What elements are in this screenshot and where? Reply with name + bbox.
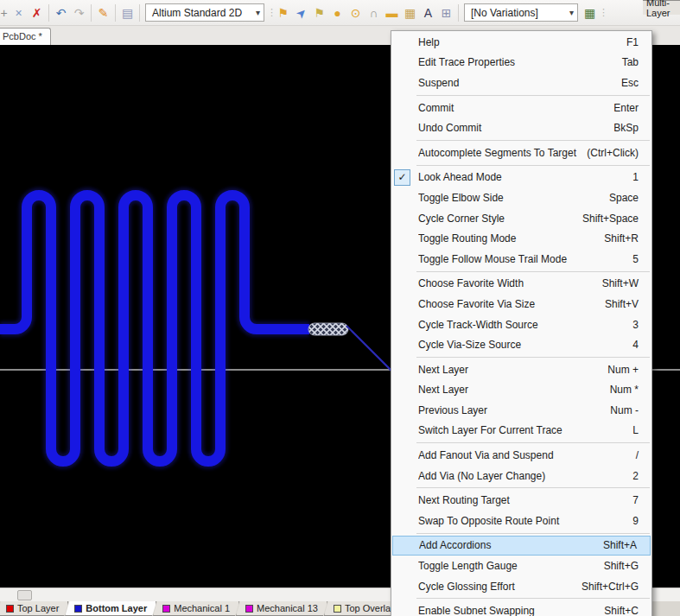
layer-tab-mechanical-1[interactable]: Mechanical 1: [153, 601, 239, 616]
document-tab-pcbdoc[interactable]: PcbDoc *: [0, 28, 51, 45]
menu-item-shortcut: Enter: [605, 102, 639, 114]
menu-item-label: Next Layer: [418, 384, 601, 396]
toolbar-drag-handle-icon[interactable]: ⋮: [599, 7, 606, 18]
menu-item-add-accordions[interactable]: Add AccordionsShift+A: [392, 536, 651, 556]
chevron-down-icon[interactable]: ▾: [561, 8, 574, 17]
menu-item-label: Look Ahead Mode: [418, 171, 624, 183]
layer-color-swatch: [334, 605, 341, 613]
menu-item-shortcut: Num -: [601, 404, 639, 416]
menu-item-enable-subnet-swapping[interactable]: Enable Subnet SwappingShift+C: [391, 600, 651, 616]
layer-tab-bottom-layer[interactable]: Bottom Layer: [65, 601, 156, 616]
menu-item-toggle-elbow-side[interactable]: Toggle Elbow SideSpace: [391, 187, 651, 208]
layer-color-swatch: [245, 605, 253, 613]
menu-separator: [416, 598, 650, 599]
string-text-icon[interactable]: A: [419, 3, 437, 22]
arc-icon[interactable]: ∩: [365, 3, 383, 22]
top-toolbar: +×✗↶↷✎▤Altium Standard 2D▾⋮⚑➤⚑●⊙∩▬▦A⊞[No…: [0, 0, 680, 26]
menu-item-help[interactable]: HelpF1: [391, 32, 651, 53]
variations-combo[interactable]: [No Variations]▾: [464, 3, 578, 22]
horizontal-scrollbar-thumb[interactable]: [17, 590, 32, 600]
toolbar-separator: [458, 4, 459, 22]
menu-item-label: Swap To Opposite Route Point: [418, 515, 624, 527]
menu-item-next-routing-target[interactable]: Next Routing Target7: [391, 490, 651, 511]
menu-item-choose-favorite-via-size[interactable]: Choose Favorite Via SizeShift+V: [391, 294, 651, 314]
menu-item-label: Undo Commit: [418, 122, 605, 134]
menu-item-shortcut: Shift+C: [595, 605, 639, 616]
menu-separator: [416, 357, 650, 358]
menu-item-cycle-corner-style[interactable]: Cycle Corner StyleShift+Space: [391, 208, 651, 229]
menu-item-label: Next Routing Target: [418, 494, 624, 506]
menu-item-shortcut: 3: [624, 319, 639, 331]
variant-chip-icon[interactable]: ▦: [581, 3, 599, 22]
via-icon[interactable]: ●: [328, 3, 346, 22]
menu-item-look-ahead-mode[interactable]: ✓Look Ahead Mode1: [391, 168, 651, 188]
pad-icon[interactable]: ⊙: [346, 3, 365, 22]
menu-item-label: Cycle Track-Width Source: [418, 319, 624, 331]
layer-tab-label: Top Layer: [17, 603, 59, 613]
menu-item-edit-trace-properties[interactable]: Edit Trace PropertiesTab: [391, 53, 651, 73]
menu-item-label: Toggle Elbow Side: [418, 192, 601, 204]
menu-item-label: Next Layer: [418, 364, 599, 376]
layer-tab-top-layer[interactable]: Top Layer: [0, 601, 68, 616]
menu-item-add-fanout-via-and-suspend[interactable]: Add Fanout Via and Suspend/: [391, 445, 651, 466]
serpentine-trace[interactable]: [0, 195, 309, 461]
layer-tab-label: Mechanical 13: [257, 603, 318, 613]
pad-array-icon[interactable]: ▦: [401, 3, 419, 22]
menu-item-toggle-follow-mouse-trail-mode[interactable]: Toggle Follow Mouse Trail Mode5: [391, 249, 651, 270]
menu-item-shortcut: 2: [624, 470, 639, 482]
menu-item-cycle-track-width-source[interactable]: Cycle Track-Width Source3: [391, 314, 651, 335]
undo-icon[interactable]: ↶: [52, 3, 70, 22]
menu-item-suspend[interactable]: SuspendEsc: [391, 73, 651, 93]
menu-item-swap-to-opposite-route-point[interactable]: Swap To Opposite Route Point9: [391, 511, 651, 531]
menu-item-label: Toggle Follow Mouse Trail Mode: [418, 253, 624, 265]
menu-item-switch-layer-for-current-trace[interactable]: Switch Layer For Current TraceL: [391, 421, 651, 441]
menu-separator: [416, 140, 650, 141]
menu-item-commit[interactable]: CommitEnter: [391, 98, 651, 118]
footprint-wizard-icon[interactable]: ▤: [118, 3, 137, 22]
menu-item-next-layer[interactable]: Next LayerNum +: [391, 359, 651, 380]
menu-item-label: Cycle Glossing Effort: [418, 581, 573, 593]
menu-item-toggle-routing-mode[interactable]: Toggle Routing ModeShift+R: [391, 228, 651, 249]
menu-item-shortcut: Shift+Space: [574, 213, 639, 225]
layer-tab-mechanical-13[interactable]: Mechanical 13: [236, 601, 327, 616]
brush-icon[interactable]: ✎: [94, 3, 112, 22]
menu-item-autocomplete-segments-to-target[interactable]: Autocomplete Segments To Target(Ctrl+Cli…: [391, 143, 651, 163]
view-mode-combo[interactable]: Altium Standard 2D▾: [145, 3, 264, 22]
chevron-down-icon[interactable]: ▾: [247, 8, 260, 17]
menu-item-shortcut: Shift+R: [595, 232, 639, 244]
menu-item-label: Toggle Routing Mode: [418, 232, 595, 244]
layer-color-swatch: [6, 605, 14, 613]
component-icon[interactable]: ⊞: [437, 3, 455, 22]
menu-item-add-via-no-layer-change[interactable]: Add Via (No Layer Change)2: [391, 466, 651, 486]
menu-item-choose-favorite-width[interactable]: Choose Favorite WidthShift+W: [391, 274, 651, 295]
redo-icon[interactable]: ↷: [70, 3, 88, 22]
toolbar-separator: [48, 4, 49, 22]
menu-item-label: Edit Trace Properties: [418, 56, 613, 68]
delete-trace-icon[interactable]: ✗: [28, 3, 46, 22]
snap-point-icon[interactable]: ×: [10, 3, 28, 22]
menu-item-shortcut: Space: [601, 192, 639, 204]
menu-item-label: Add Fanout Via and Suspend: [418, 449, 627, 461]
toolbar-drag-handle-icon[interactable]: ⋮: [267, 7, 274, 18]
menu-item-shortcut: Num *: [601, 384, 639, 396]
menu-item-shortcut: 7: [624, 494, 639, 506]
menu-item-label: Cycle Via-Size Source: [418, 339, 624, 351]
menu-item-shortcut: L: [624, 424, 639, 436]
menu-item-cycle-glossing-effort[interactable]: Cycle Glossing EffortShift+Ctrl+G: [391, 576, 651, 597]
menu-item-undo-commit[interactable]: Undo CommitBkSp: [391, 117, 651, 138]
menu-item-previous-layer[interactable]: Previous LayerNum -: [391, 400, 651, 421]
menu-item-label: Cycle Corner Style: [418, 213, 574, 225]
menu-item-label: Choose Favorite Via Size: [418, 298, 596, 310]
menu-item-label: Suspend: [418, 77, 613, 89]
menu-separator: [416, 442, 650, 443]
menu-separator: [416, 165, 650, 166]
menu-item-label: Toggle Length Gauge: [418, 560, 595, 572]
fill-icon[interactable]: ▬: [383, 3, 401, 22]
layer-tab-multi-layer[interactable]: Multi-Layer: [643, 0, 680, 15]
menu-item-cycle-via-size-source[interactable]: Cycle Via-Size Source4: [391, 334, 651, 355]
crosshair-icon[interactable]: +: [0, 3, 10, 22]
menu-item-next-layer[interactable]: Next LayerNum *: [391, 380, 651, 401]
toolbar-separator: [91, 4, 92, 22]
menu-item-toggle-length-gauge[interactable]: Toggle Length GaugeShift+G: [391, 556, 651, 576]
layer-tab-label: Top Overlay: [345, 603, 396, 613]
